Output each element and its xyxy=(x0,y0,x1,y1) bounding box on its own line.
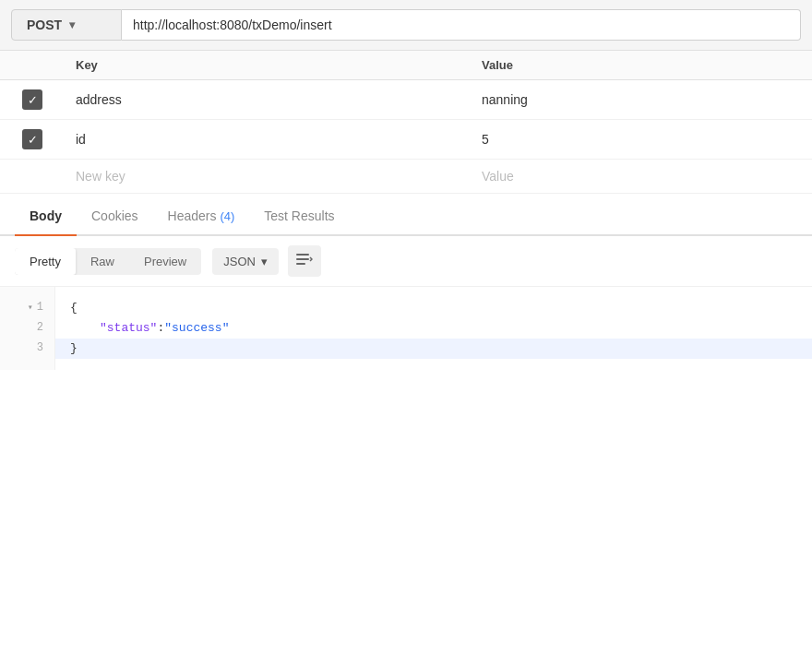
line-number-2: 2 xyxy=(7,318,47,339)
code-line-2: "status" : "success" xyxy=(70,318,797,339)
url-bar: POST ▾ xyxy=(0,0,812,51)
code-line-3: } xyxy=(55,339,812,359)
tab-body-label: Body xyxy=(30,208,62,223)
method-chevron-icon: ▾ xyxy=(69,18,75,31)
code-line-1: { xyxy=(70,298,797,318)
svg-rect-0 xyxy=(296,254,309,256)
view-group: Pretty Raw Preview xyxy=(15,248,201,275)
param-checkbox-1[interactable]: ✓ xyxy=(22,89,42,110)
format-selector[interactable]: JSON ▾ xyxy=(212,248,279,275)
code-content: { "status" : "success" } xyxy=(55,287,812,370)
tab-cookies[interactable]: Cookies xyxy=(77,197,153,234)
tab-headers-label: Headers xyxy=(168,208,217,223)
param-value-2[interactable]: 5 xyxy=(471,120,812,160)
format-chevron-icon: ▾ xyxy=(261,255,268,268)
url-input[interactable] xyxy=(122,9,801,41)
line-numbers: ▾ 1 2 3 xyxy=(0,287,55,370)
json-value-success: "success" xyxy=(164,319,229,339)
param-checkbox-2[interactable]: ✓ xyxy=(22,129,42,149)
code-viewer: ▾ 1 2 3 { "status" : "success" } xyxy=(0,287,812,370)
view-raw-button[interactable]: Raw xyxy=(76,248,129,275)
json-key-status: "status" xyxy=(100,319,157,339)
response-tabs: Body Cookies Headers (4) Test Results xyxy=(0,197,812,236)
table-row: ✓ id 5 xyxy=(0,120,812,160)
method-selector[interactable]: POST ▾ xyxy=(11,9,122,41)
view-preview-button[interactable]: Preview xyxy=(129,248,201,275)
body-toolbar: Pretty Raw Preview JSON ▾ xyxy=(0,236,812,287)
svg-rect-2 xyxy=(296,263,305,265)
param-checkbox-col: ✓ xyxy=(0,80,65,120)
tab-test-results-label: Test Results xyxy=(264,208,334,223)
line-num-text-1: 1 xyxy=(37,299,43,316)
line-num-text-3: 3 xyxy=(37,339,43,357)
tab-body[interactable]: Body xyxy=(15,197,77,234)
opening-brace: { xyxy=(70,299,78,318)
line-number-3: 3 xyxy=(7,339,47,359)
params-table: Key Value ✓ address nanning ✓ id 5 New k… xyxy=(0,51,812,194)
svg-rect-1 xyxy=(296,258,309,260)
param-checkbox-col: ✓ xyxy=(0,120,65,160)
table-row: ✓ address nanning xyxy=(0,80,812,120)
tab-cookies-label: Cookies xyxy=(91,208,138,223)
json-colon: : xyxy=(157,319,164,339)
line-number-1: ▾ 1 xyxy=(7,298,47,318)
param-new-key[interactable]: New key xyxy=(65,160,471,194)
params-header-row: Key Value xyxy=(0,51,812,80)
format-label: JSON xyxy=(223,255,256,268)
tab-headers[interactable]: Headers (4) xyxy=(153,197,250,234)
line-num-text-2: 2 xyxy=(37,319,43,337)
view-pretty-button[interactable]: Pretty xyxy=(15,248,76,275)
param-new-value[interactable]: Value xyxy=(471,160,812,194)
param-checkbox-col-empty xyxy=(0,160,65,194)
tab-headers-badge: (4) xyxy=(220,209,234,223)
params-header-value: Value xyxy=(471,51,812,80)
wrap-icon xyxy=(296,252,313,270)
closing-brace: } xyxy=(70,339,78,359)
method-label: POST xyxy=(27,18,62,32)
param-value-1[interactable]: nanning xyxy=(471,80,812,120)
param-key-2[interactable]: id xyxy=(65,120,471,160)
wrap-button[interactable] xyxy=(288,245,321,277)
table-row: New key Value xyxy=(0,160,812,194)
param-key-1[interactable]: address xyxy=(65,80,471,120)
tab-test-results[interactable]: Test Results xyxy=(249,197,349,234)
params-header-checkbox-col xyxy=(0,51,65,80)
params-header-key: Key xyxy=(65,51,471,80)
collapse-arrow-1[interactable]: ▾ xyxy=(28,301,33,315)
